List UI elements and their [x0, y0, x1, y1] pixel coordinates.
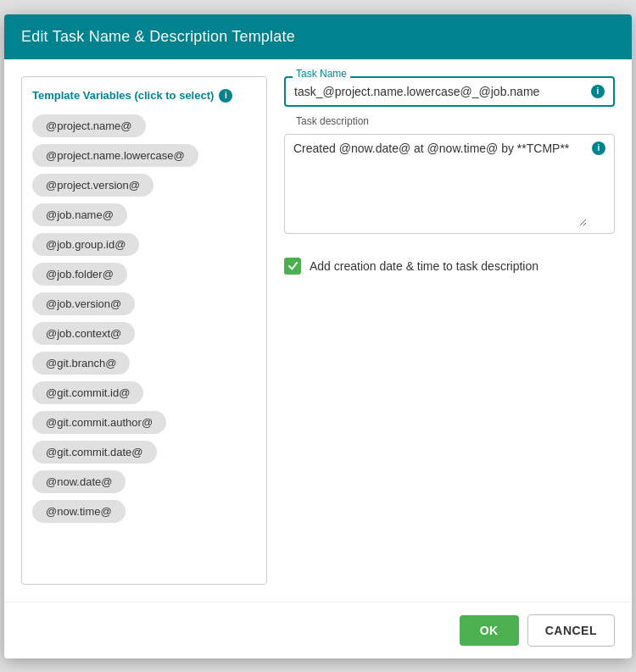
variable-chip[interactable]: @job.name@ [32, 203, 127, 226]
dialog-footer: OK CANCEL [4, 602, 632, 658]
add-creation-date-checkbox[interactable] [284, 258, 301, 275]
variable-chip[interactable]: @git.commit.date@ [32, 441, 157, 464]
task-name-wrapper: i [284, 76, 615, 107]
edit-task-dialog: Edit Task Name & Description Template Te… [4, 14, 632, 658]
task-desc-field-group: Task description i [284, 124, 615, 234]
task-name-field-group: Task Name i [284, 76, 615, 107]
variable-chip[interactable]: @job.group.id@ [32, 233, 139, 256]
task-desc-label: Task description [293, 115, 372, 127]
task-name-label: Task Name [293, 68, 350, 80]
variable-chip[interactable]: @job.context@ [32, 322, 135, 345]
variable-chip[interactable]: @now.time@ [32, 500, 126, 523]
variable-chip[interactable]: @project.name@ [32, 114, 146, 137]
dialog-body: Template Variables (click to select) i @… [4, 59, 632, 602]
variable-chip[interactable]: @now.date@ [32, 470, 126, 493]
task-desc-info-icon[interactable]: i [592, 142, 605, 155]
variable-chip[interactable]: @job.version@ [32, 292, 135, 315]
left-panel: Template Variables (click to select) i @… [21, 76, 267, 585]
checkbox-label: Add creation date & time to task descrip… [310, 259, 538, 273]
task-name-info-icon[interactable]: i [591, 85, 605, 98]
variable-chip[interactable]: @project.version@ [32, 174, 153, 197]
template-variables-label: Template Variables (click to select) [32, 89, 214, 102]
right-panel: Task Name i Task description i [284, 76, 615, 585]
checkbox-row: Add creation date & time to task descrip… [284, 258, 615, 275]
left-panel-header: Template Variables (click to select) i [32, 89, 256, 103]
checkmark-icon [287, 260, 298, 271]
cancel-button[interactable]: CANCEL [527, 614, 615, 647]
variable-list: @project.name@@project.name.lowercase@@p… [32, 114, 256, 523]
ok-button[interactable]: OK [460, 615, 519, 646]
variable-chip[interactable]: @git.commit.id@ [32, 381, 143, 404]
dialog-title: Edit Task Name & Description Template [21, 28, 295, 45]
variable-chip[interactable]: @job.folder@ [32, 263, 127, 286]
variable-chip[interactable]: @git.commit.author@ [32, 411, 166, 434]
task-desc-wrapper: i [284, 134, 615, 234]
task-desc-textarea[interactable] [293, 142, 587, 226]
template-variables-info-icon[interactable]: i [219, 89, 232, 103]
variable-chip[interactable]: @git.branch@ [32, 352, 130, 375]
dialog-header: Edit Task Name & Description Template [4, 14, 632, 59]
task-name-input[interactable] [294, 85, 586, 98]
variable-chip[interactable]: @project.name.lowercase@ [32, 144, 198, 167]
